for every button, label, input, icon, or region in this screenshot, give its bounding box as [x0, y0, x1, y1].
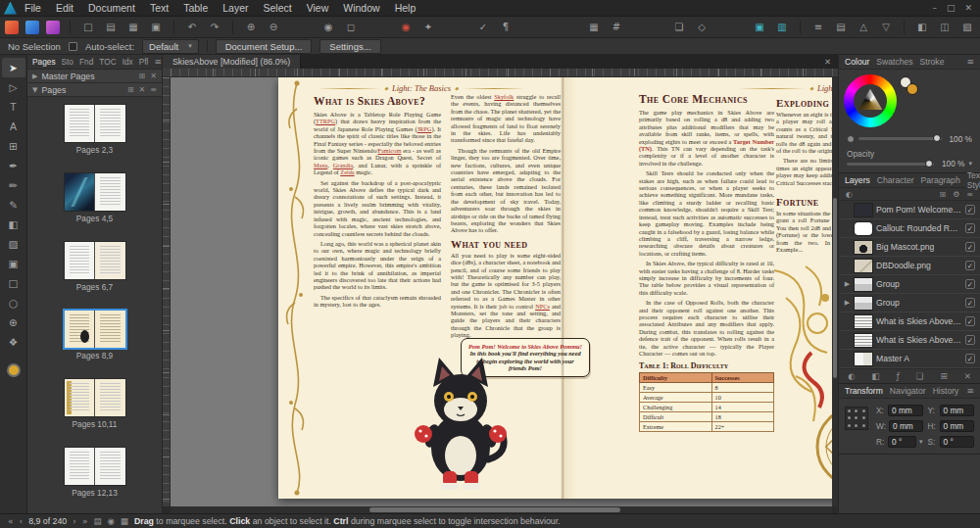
mask-icon[interactable]: ◧: [872, 371, 880, 381]
next-spread-button[interactable]: ›: [73, 516, 76, 526]
text-frame-column-two[interactable]: Even the oldest Skyfolk struggle to reca…: [451, 93, 561, 342]
minimize-button[interactable]: –: [932, 3, 937, 13]
tab-preflight[interactable]: Pfl: [139, 57, 149, 67]
chevron-right-icon[interactable]: ▶: [32, 72, 37, 80]
tab-history[interactable]: History: [933, 386, 959, 396]
layer-row[interactable]: What is Skies Above?¶/1 ✓: [839, 331, 980, 350]
menu-window[interactable]: Window: [343, 2, 379, 14]
rectangle-tool[interactable]: □: [2, 273, 25, 293]
maximize-button[interactable]: □: [947, 3, 956, 13]
mascot-image[interactable]: [404, 350, 519, 495]
close-button[interactable]: ✕: [964, 3, 972, 13]
opacity-slider[interactable]: [847, 163, 934, 166]
view-quality-icon[interactable]: ◧: [914, 20, 930, 35]
transparency-tool[interactable]: ▨: [2, 234, 25, 254]
page-spread-item[interactable]: Pages 10,11: [27, 374, 162, 443]
lock-icon[interactable]: ⚙: [953, 190, 959, 199]
grid-toggle-icon[interactable]: ▦: [121, 516, 128, 526]
horizontal-ruler[interactable]: [171, 69, 838, 77]
adjustment-icon[interactable]: ◐: [848, 371, 855, 381]
layer-visibility-checkbox[interactable]: ✓: [965, 261, 975, 270]
preview-mode-icon[interactable]: ◉: [320, 20, 336, 35]
snapping-icon[interactable]: ◉: [398, 20, 414, 35]
arrange-back-icon[interactable]: ▽: [878, 20, 894, 35]
menu-view[interactable]: View: [307, 2, 329, 14]
menu-layer[interactable]: Layer: [222, 2, 248, 14]
tab-paragraph[interactable]: Paragraph: [921, 175, 960, 185]
delete-layer-icon[interactable]: ✕: [964, 371, 971, 381]
anchor-point-selector[interactable]: [845, 407, 868, 430]
menu-file[interactable]: File: [24, 2, 41, 14]
vertical-ruler[interactable]: [163, 77, 171, 506]
menu-edit[interactable]: Edit: [56, 2, 74, 14]
new-layer-icon[interactable]: ⊞: [941, 371, 948, 381]
page-thumbnail[interactable]: [65, 448, 125, 485]
ungroup-icon[interactable]: ◇: [694, 20, 710, 35]
fill-swatch[interactable]: [906, 83, 918, 95]
zoom-in-icon[interactable]: ⊕: [243, 20, 259, 35]
layer-visibility-checkbox[interactable]: ✓: [965, 335, 975, 345]
layer-row-group[interactable]: ▶ Group ✓: [839, 275, 980, 294]
page-thumbnail[interactable]: [65, 311, 125, 348]
app-logo-icon[interactable]: [4, 2, 17, 15]
insert-inside-icon[interactable]: ▣: [752, 20, 767, 35]
tab-pages[interactable]: Pages: [32, 57, 56, 67]
add-page-icon[interactable]: ⊞: [127, 85, 134, 94]
layer-row[interactable]: Callout: Rounded Rectangle ✓: [839, 219, 980, 238]
add-master-icon[interactable]: ⊞: [139, 72, 146, 80]
page-spread-item[interactable]: Pages 6,7: [27, 237, 162, 306]
save-icon[interactable]: ▦: [125, 20, 141, 35]
clip-to-canvas-icon[interactable]: ◻: [343, 20, 359, 35]
arrange-forward-icon[interactable]: △: [856, 20, 871, 35]
layer-row[interactable]: Big Mascot.png ✓: [839, 238, 980, 257]
panel-menu-icon[interactable]: ≡: [966, 190, 973, 199]
slider-knob[interactable]: [925, 160, 933, 168]
page-thumbnail[interactable]: [65, 242, 125, 279]
scrollbar-thumb[interactable]: [369, 507, 621, 512]
delete-page-icon[interactable]: ✕: [139, 85, 146, 94]
y-field[interactable]: 0 mm: [940, 405, 975, 416]
move-tool[interactable]: ➤: [2, 58, 25, 77]
designer-persona-icon[interactable]: [25, 21, 39, 34]
rotation-field[interactable]: 0 °: [888, 436, 916, 448]
place-image-icon[interactable]: ▣: [148, 20, 164, 35]
node-tool[interactable]: ▷: [2, 77, 25, 97]
pen-tool[interactable]: ✒: [2, 156, 25, 175]
menu-document[interactable]: Document: [88, 2, 135, 14]
split-view-icon[interactable]: ◫: [937, 20, 953, 35]
colour-triangle[interactable]: [857, 87, 884, 115]
layer-row[interactable]: Pom Pom! Welcome to Ski... ✓: [839, 201, 980, 219]
close-document-icon[interactable]: ✕: [817, 57, 838, 67]
width-field[interactable]: 0 mm: [889, 420, 923, 432]
redo-icon[interactable]: ↷: [207, 20, 222, 35]
tab-swatches[interactable]: Swatches: [876, 57, 912, 67]
zoom-out-icon[interactable]: ⊖: [266, 20, 281, 35]
tab-text-styles[interactable]: Text Styles: [967, 170, 980, 190]
autoselect-checkbox[interactable]: [69, 42, 77, 51]
panel-menu-icon[interactable]: ≡: [966, 386, 974, 396]
pencil-tool[interactable]: ✏: [2, 175, 25, 195]
pages-section[interactable]: ▼ Pages ⊞✕≡: [27, 83, 162, 97]
chevron-down-icon[interactable]: ▼: [32, 86, 37, 94]
last-spread-button[interactable]: »: [82, 516, 88, 526]
group-icon[interactable]: ❏: [671, 20, 687, 35]
baseline-grid-icon[interactable]: ▦: [586, 20, 602, 35]
settings-button[interactable]: Settings...: [319, 39, 380, 54]
assets-icon[interactable]: ✦: [420, 20, 436, 35]
scrollbar-thumb[interactable]: [833, 198, 837, 378]
effects-icon[interactable]: ƒ: [897, 371, 900, 381]
layer-visibility-checkbox[interactable]: ✓: [965, 316, 975, 326]
slider-knob[interactable]: [933, 134, 941, 142]
menu-select[interactable]: Select: [264, 2, 292, 14]
layer-row[interactable]: What is Skies Above?¶/2 ✓: [839, 312, 980, 331]
layer-visibility-checkbox[interactable]: ✓: [965, 298, 975, 308]
preflight-icon[interactable]: ✓: [475, 20, 491, 35]
page-spread-item[interactable]: Pages 12,13: [27, 443, 162, 511]
pasteboard[interactable]: ◆ Light: The Basics ◆ ◆ Light: The Basic…: [171, 77, 832, 506]
height-field[interactable]: 0 mm: [940, 420, 975, 432]
layer-visibility-checkbox[interactable]: ✓: [965, 279, 975, 289]
menu-text[interactable]: Text: [150, 2, 169, 14]
page-thumbnail[interactable]: [65, 173, 125, 211]
photo-persona-icon[interactable]: [46, 21, 60, 34]
document-setup-button[interactable]: Document Setup...: [216, 39, 313, 54]
